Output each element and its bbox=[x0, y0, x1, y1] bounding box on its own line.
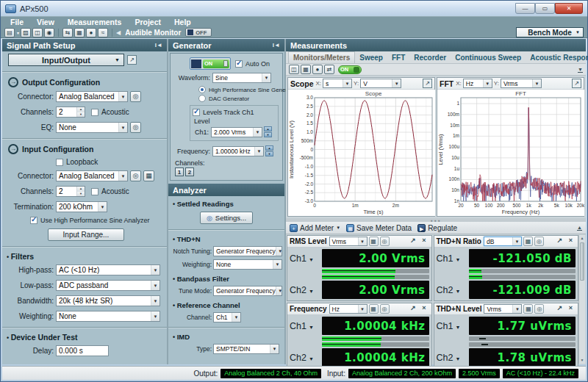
imd-type-select[interactable]: SMPTE/DIN▼ bbox=[213, 344, 279, 354]
menu-view[interactable]: View bbox=[30, 18, 61, 26]
save-icon[interactable]: ◫ bbox=[289, 65, 299, 74]
meters-scrollbar[interactable]: ▲ ▼ bbox=[578, 235, 585, 364]
menu-help[interactable]: Help bbox=[168, 18, 198, 26]
monitors-on-toggle[interactable]: ON bbox=[338, 65, 362, 74]
tab-continuous-sweep[interactable]: Continuous Sweep bbox=[451, 51, 526, 63]
eq-select[interactable]: None▼ bbox=[56, 122, 128, 133]
display-mode-icon[interactable]: ▦ bbox=[523, 304, 533, 314]
channel-selector[interactable]: Ch2▼ bbox=[290, 285, 322, 295]
scope-y-select[interactable]: V▼ bbox=[360, 79, 401, 88]
regulate-button[interactable]: ▶ Regulate bbox=[417, 224, 457, 232]
export-icon[interactable]: ◉ bbox=[44, 28, 54, 37]
channel-selector[interactable]: Ch1▼ bbox=[437, 253, 469, 264]
eq-settings-icon[interactable]: ◎ bbox=[130, 122, 141, 133]
display-mode-icon[interactable]: ▦ bbox=[523, 237, 533, 246]
generator-on-toggle[interactable]: ON bbox=[190, 57, 231, 70]
popout-icon[interactable]: ↗ bbox=[555, 304, 564, 314]
tab-recorder[interactable]: Recorder bbox=[409, 51, 451, 63]
notch-tuning-select[interactable]: Generator Frequency▼ bbox=[213, 246, 282, 256]
monitors-icon[interactable]: ▦ bbox=[74, 28, 85, 37]
frequency-select[interactable]: 1.00000 kHz▼ bbox=[212, 146, 264, 156]
maximize-button[interactable]: ▭ bbox=[535, 3, 555, 14]
input-channels-stepper[interactable]: 2▲▼ bbox=[56, 186, 85, 197]
auto-hide-icon[interactable]: I◄ bbox=[155, 42, 162, 48]
output-connector-select[interactable]: Analog Balanced▼ bbox=[56, 91, 128, 102]
channel-selector[interactable]: Ch1▼ bbox=[290, 253, 322, 264]
close-icon[interactable]: × bbox=[566, 304, 576, 314]
input-connector-settings-icon[interactable]: ◎ bbox=[130, 170, 141, 181]
settings-button[interactable]: ◎ Settings... bbox=[200, 212, 253, 224]
tab-acoustic-response[interactable]: Acoustic Response bbox=[526, 51, 588, 63]
meter-settings-icon[interactable]: ◎ bbox=[534, 237, 544, 246]
monitors-icon[interactable]: ▦ bbox=[301, 65, 311, 74]
unit-select[interactable]: Vrms▼ bbox=[329, 237, 368, 246]
save-icon[interactable]: ◫ bbox=[32, 28, 43, 37]
menu-measurements[interactable]: Measurements bbox=[61, 18, 129, 26]
new-file-dropdown-icon[interactable]: ▾ bbox=[17, 30, 19, 35]
meter-settings-icon[interactable]: ◎ bbox=[534, 304, 544, 314]
scroll-down-icon[interactable]: ▼ bbox=[579, 357, 585, 364]
new-file-icon[interactable]: ▤ bbox=[4, 28, 15, 37]
bench-mode-selector[interactable]: Bench Mode▼ bbox=[516, 27, 584, 37]
ch1-level-stepper[interactable]: ▲▼ bbox=[264, 126, 272, 137]
fft-x-select[interactable]: Hz▼ bbox=[463, 79, 492, 88]
tune-mode-select[interactable]: Generator Frequency▼ bbox=[213, 286, 282, 296]
unit-select[interactable]: Vrms▼ bbox=[484, 304, 522, 314]
record-icon[interactable]: ● bbox=[86, 28, 96, 37]
dac-generator-radio[interactable] bbox=[198, 95, 206, 102]
menu-project[interactable]: Project bbox=[128, 18, 168, 26]
analyzer-weighting-select[interactable]: None▼ bbox=[213, 259, 282, 270]
output-channels-stepper[interactable]: 2▲▼ bbox=[56, 107, 85, 118]
input-connector-select[interactable]: Analog Balanced▼ bbox=[56, 170, 128, 181]
channel-selector[interactable]: Ch2▼ bbox=[290, 353, 322, 363]
unit-select[interactable]: dB▼ bbox=[484, 237, 522, 246]
tab-sweep[interactable]: Sweep bbox=[355, 51, 387, 63]
add-meter-button[interactable]: + Add Meter ▼ bbox=[290, 224, 340, 232]
open-project-icon[interactable]: ▨ bbox=[21, 28, 31, 37]
meter-settings-icon[interactable]: ◎ bbox=[380, 237, 390, 246]
meter-settings-icon[interactable]: ◎ bbox=[380, 304, 390, 314]
auto-on-checkbox[interactable] bbox=[235, 60, 243, 68]
high-pass-select[interactable]: AC (<10 Hz)▼ bbox=[56, 264, 160, 275]
signal-path-icon[interactable]: ⇆ bbox=[62, 28, 73, 37]
bandwidth-select[interactable]: 20k (48 kHz SR)▼ bbox=[56, 295, 160, 306]
popout-icon[interactable]: ↗ bbox=[555, 237, 564, 246]
channel-selector[interactable]: Ch2▼ bbox=[437, 285, 469, 295]
tab-fft[interactable]: FFT bbox=[387, 51, 409, 63]
pin-icon[interactable]: ▼ bbox=[578, 67, 583, 73]
scope-x-select[interactable]: s▼ bbox=[323, 79, 352, 88]
close-button[interactable]: ✕ bbox=[555, 3, 583, 14]
popout-icon[interactable]: ↗ bbox=[572, 79, 581, 88]
pin-icon[interactable]: ▲ bbox=[577, 225, 582, 231]
output-acoustic-checkbox[interactable] bbox=[91, 109, 98, 116]
audible-monitor-toggle[interactable]: OFF bbox=[185, 28, 212, 37]
close-icon[interactable]: × bbox=[420, 304, 429, 314]
speaker-icon[interactable]: ◀ bbox=[116, 29, 121, 36]
popout-icon[interactable]: ↗ bbox=[423, 79, 432, 88]
fft-y-select[interactable]: Vrms▼ bbox=[501, 79, 542, 88]
frequency-stepper[interactable]: ▲▼ bbox=[265, 145, 273, 156]
output-connector-settings-icon[interactable]: ◎ bbox=[130, 91, 141, 102]
popout-icon[interactable]: ↗ bbox=[409, 237, 418, 246]
scroll-up-icon[interactable]: ▲ bbox=[579, 235, 585, 242]
waveform-select[interactable]: Sine▼ bbox=[212, 73, 271, 83]
input-connector-config-icon[interactable]: ▦ bbox=[143, 170, 154, 181]
levels-track-checkbox[interactable] bbox=[193, 109, 200, 116]
channel-selector[interactable]: Ch1▼ bbox=[290, 321, 322, 331]
sequence-icon[interactable]: ⇄ bbox=[324, 65, 334, 74]
weighting-select[interactable]: None▼ bbox=[56, 311, 160, 322]
termination-select[interactable]: 200 kOhm▼ bbox=[56, 201, 107, 212]
input-acoustic-checkbox[interactable] bbox=[91, 188, 98, 195]
popout-icon[interactable]: ↗ bbox=[127, 55, 137, 65]
display-mode-icon[interactable]: ▦ bbox=[369, 237, 379, 246]
hps-analyzer-checkbox[interactable] bbox=[30, 217, 37, 224]
loopback-checkbox[interactable] bbox=[56, 159, 63, 166]
view-selector[interactable]: Input/Output▼ bbox=[8, 54, 124, 66]
display-mode-icon[interactable]: ▦ bbox=[369, 304, 379, 314]
channel-selector[interactable]: Ch2▼ bbox=[437, 353, 469, 363]
ref-channel-select[interactable]: Ch1▼ bbox=[213, 312, 241, 322]
input-range-button[interactable]: Input Range... bbox=[48, 228, 124, 241]
hps-generator-radio[interactable] bbox=[198, 86, 206, 93]
ch1-level-select[interactable]: 2.000 Vrms▼ bbox=[211, 127, 262, 137]
popout-icon[interactable]: ↗ bbox=[409, 304, 418, 314]
